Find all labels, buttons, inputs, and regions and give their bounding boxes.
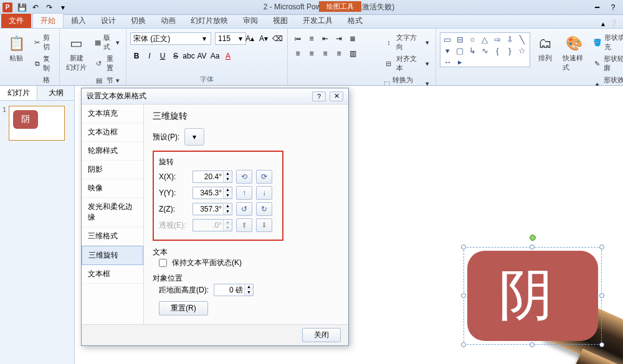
qat-dropdown-icon[interactable]: ▾: [57, 2, 69, 13]
shrink-font-button[interactable]: A▾: [257, 32, 270, 45]
y-rotate-down-icon[interactable]: ↓: [256, 186, 272, 200]
paste-button[interactable]: 📋 粘贴: [4, 32, 29, 64]
resize-handle[interactable]: [599, 293, 604, 298]
cut-button[interactable]: ✂剪切: [31, 32, 55, 52]
shape-more-icon[interactable]: ▾: [442, 45, 453, 55]
shadow-button[interactable]: abc: [183, 50, 195, 62]
x-spin-up[interactable]: ▲: [224, 171, 232, 177]
y-rotate-up-icon[interactable]: ↑: [236, 186, 252, 200]
nav-outline-style[interactable]: 轮廓样式: [82, 142, 143, 161]
shape-star-icon[interactable]: ☆: [516, 45, 528, 55]
tab-format[interactable]: 格式: [340, 14, 370, 28]
reset-button[interactable]: ↺重置: [92, 54, 122, 73]
reset-button[interactable]: 重置(R): [159, 301, 208, 315]
close-button[interactable]: 关闭: [302, 328, 341, 342]
z-spin-up[interactable]: ▲: [224, 203, 232, 209]
tab-home[interactable]: 开始: [32, 13, 64, 28]
columns-button[interactable]: ▥: [346, 47, 359, 60]
strike-button[interactable]: S: [169, 50, 182, 62]
ribbon-help-icon[interactable]: ❔: [609, 19, 618, 28]
underline-button[interactable]: U: [156, 50, 169, 62]
ribbon-minimize-icon[interactable]: ▴: [601, 19, 605, 28]
quick-styles-button[interactable]: 🎨快速样式: [560, 32, 588, 73]
align-text-button[interactable]: ⊟对齐文本 ▾: [381, 54, 432, 73]
x-rotate-right-icon[interactable]: ⟳: [256, 170, 272, 184]
nav-3d-format[interactable]: 三维格式: [82, 227, 143, 246]
font-color-button[interactable]: A: [222, 50, 234, 62]
nav-shadow[interactable]: 阴影: [82, 161, 143, 179]
minimize-icon[interactable]: ━: [589, 2, 604, 12]
dialog-help-icon[interactable]: ?: [312, 91, 326, 101]
resize-handle[interactable]: [461, 293, 466, 298]
y-spin-up[interactable]: ▲: [224, 187, 232, 193]
case-button[interactable]: Aa: [209, 50, 221, 62]
italic-button[interactable]: I: [143, 50, 156, 62]
shape-brace2-icon[interactable]: }: [504, 45, 515, 55]
nav-text-fill[interactable]: 文本填充: [82, 105, 143, 123]
arrange-button[interactable]: 🗂排列: [533, 32, 558, 64]
z-spin-down[interactable]: ▼: [224, 209, 232, 215]
help-icon[interactable]: ?: [606, 2, 621, 12]
nav-text-border[interactable]: 文本边框: [82, 123, 143, 142]
shape-scroll-icon[interactable]: ▸: [454, 57, 465, 67]
line-spacing-button[interactable]: ≣: [346, 32, 359, 45]
tab-view[interactable]: 视图: [265, 14, 295, 28]
qat-redo-icon[interactable]: ↷: [44, 2, 55, 13]
new-slide-button[interactable]: ▭ 新建 幻灯片: [64, 32, 89, 73]
shape-oval-icon[interactable]: ○: [467, 34, 478, 44]
x-spin-down[interactable]: ▼: [224, 177, 232, 182]
bullets-button[interactable]: ≔: [292, 32, 304, 45]
bold-button[interactable]: B: [130, 50, 143, 62]
shape-arrow-d-icon[interactable]: ⇩: [504, 34, 515, 44]
slide-thumbnail[interactable]: 1 阴: [2, 106, 72, 141]
font-name-select[interactable]: [130, 32, 211, 45]
tab-developer[interactable]: 开发工具: [295, 14, 340, 28]
tab-file[interactable]: 文件: [1, 14, 31, 28]
dec-indent-button[interactable]: ⇤: [319, 32, 331, 45]
tab-animations[interactable]: 动画: [153, 14, 183, 28]
qat-save-icon[interactable]: 💾: [16, 2, 27, 13]
distance-input[interactable]: [214, 284, 244, 296]
shape-line-icon[interactable]: ╲: [516, 34, 528, 44]
shape-fill-button[interactable]: 🪣形状填充 ▾: [591, 32, 623, 52]
resize-handle[interactable]: [461, 342, 466, 347]
nav-3d-rotation[interactable]: 三维旋转: [82, 246, 143, 265]
spacing-button[interactable]: AV: [196, 50, 208, 62]
grow-font-button[interactable]: A▴: [244, 32, 256, 45]
inc-indent-button[interactable]: ⇥: [333, 32, 345, 45]
qat-undo-icon[interactable]: ↶: [30, 2, 41, 13]
dialog-close-icon[interactable]: ✕: [330, 91, 343, 101]
shape-arrow-r-icon[interactable]: ⇨: [492, 34, 503, 44]
tab-insert[interactable]: 插入: [64, 14, 93, 28]
x-input[interactable]: [193, 171, 223, 182]
z-rotate-cw-icon[interactable]: ↻: [256, 202, 272, 216]
resize-handle[interactable]: [599, 245, 604, 250]
shape-arrow2-icon[interactable]: ↔: [442, 57, 453, 67]
font-name-dropdown-icon[interactable]: ▾: [202, 34, 206, 43]
tab-review[interactable]: 审阅: [235, 14, 265, 28]
shape-tri-icon[interactable]: △: [479, 34, 490, 44]
side-tab-outline[interactable]: 大纲: [37, 86, 74, 100]
nav-glow[interactable]: 发光和柔化边缘: [82, 198, 143, 227]
rotation-handle[interactable]: [530, 235, 536, 241]
shape-rect-icon[interactable]: ▭: [442, 34, 453, 44]
dist-spin-down[interactable]: ▼: [245, 290, 253, 296]
shape-rrect-icon[interactable]: ▢: [454, 45, 465, 55]
z-rotate-ccw-icon[interactable]: ↺: [236, 202, 252, 216]
align-center-button[interactable]: ≡: [305, 47, 318, 60]
selected-shape[interactable]: 阴: [467, 251, 598, 341]
align-right-button[interactable]: ≡: [319, 47, 331, 60]
shape-brace-icon[interactable]: {: [492, 45, 503, 55]
numbering-button[interactable]: ≡: [305, 32, 318, 45]
shape-gallery[interactable]: ▭⊟○△⇨⇩╲▾ ▢↳∿{}☆↔▸: [440, 32, 530, 67]
shape-outline-button[interactable]: ✎形状轮廓 ▾: [591, 54, 623, 73]
section-button[interactable]: ▤节 ▾: [92, 75, 122, 86]
x-rotate-left-icon[interactable]: ⟲: [236, 170, 252, 184]
resize-handle[interactable]: [530, 342, 535, 347]
align-left-button[interactable]: ≡: [292, 47, 304, 60]
tab-transitions[interactable]: 切换: [123, 14, 153, 28]
justify-button[interactable]: ≡: [333, 47, 345, 60]
nav-reflection[interactable]: 映像: [82, 179, 143, 198]
shape-curve-icon[interactable]: ∿: [479, 45, 490, 55]
shape-text-icon[interactable]: ⊟: [454, 34, 465, 44]
